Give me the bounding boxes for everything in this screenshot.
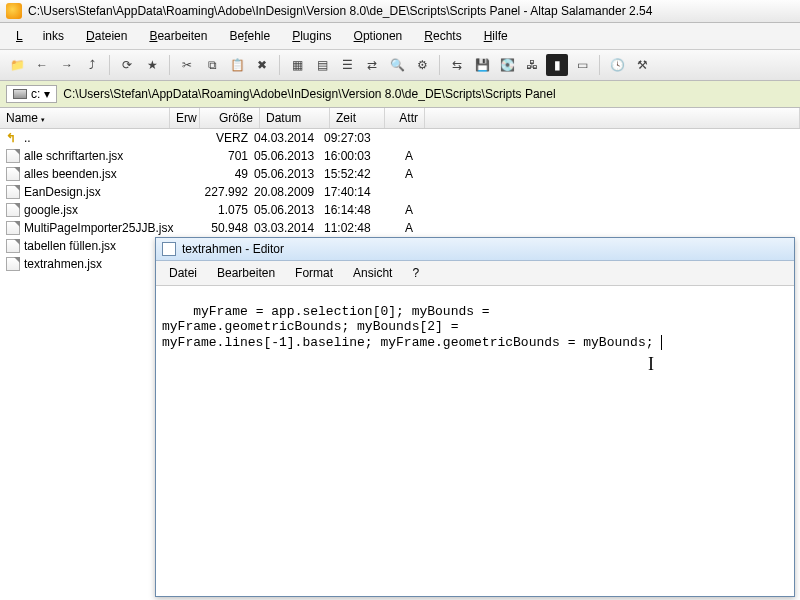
- tool-sync-icon[interactable]: ⇆: [446, 54, 468, 76]
- tool-drive-icon[interactable]: 💾: [471, 54, 493, 76]
- file-time: 16:00:03: [318, 149, 373, 163]
- editor-content: myFrame = app.selection[0]; myBounds = m…: [162, 304, 661, 350]
- file-icon: [6, 239, 20, 253]
- file-name: EanDesign.jsx: [24, 185, 188, 199]
- tool-cfg-icon[interactable]: ⚒: [631, 54, 653, 76]
- file-name: google.jsx: [24, 203, 188, 217]
- file-icon: [6, 167, 20, 181]
- drive-letter: c:: [31, 87, 40, 101]
- sortdir-icon: ▾: [41, 116, 45, 123]
- menu-rechts[interactable]: Rechts: [414, 25, 471, 47]
- tool-unpack-icon[interactable]: ▤: [311, 54, 333, 76]
- updir-icon: ↰: [6, 131, 20, 145]
- editor-title-text: textrahmen - Editor: [182, 242, 284, 256]
- tool-refresh-icon[interactable]: ⟳: [116, 54, 138, 76]
- menu-optionen[interactable]: Optionen: [344, 25, 413, 47]
- file-row[interactable]: alle schriftarten.jsx70105.06.201316:00:…: [0, 147, 800, 165]
- tool-favorites-icon[interactable]: ★: [141, 54, 163, 76]
- editor-menu-ansicht[interactable]: Ansicht: [344, 263, 401, 283]
- toolbar-sep: [169, 55, 170, 75]
- menu-plugins[interactable]: Plugins: [282, 25, 341, 47]
- tool-newfolder-icon[interactable]: 📁: [6, 54, 28, 76]
- col-attr[interactable]: Attr: [385, 108, 425, 128]
- file-size: VERZ: [188, 131, 248, 145]
- file-name: MultiPageImporter25JJB.jsx: [24, 221, 188, 235]
- editor-menu-format[interactable]: Format: [286, 263, 342, 283]
- col-datum[interactable]: Datum: [260, 108, 330, 128]
- file-date: 04.03.2014: [248, 131, 318, 145]
- toolbar-sep: [279, 55, 280, 75]
- tool-find-icon[interactable]: 🔍: [386, 54, 408, 76]
- ibeam-cursor-icon: I: [648, 354, 654, 375]
- file-icon: [6, 257, 20, 271]
- tool-compare-icon[interactable]: ⇄: [361, 54, 383, 76]
- file-date: 20.08.2009: [248, 185, 318, 199]
- file-time: 09:27:03: [318, 131, 373, 145]
- drive-selector[interactable]: c: ▾: [6, 85, 57, 103]
- toolbar-sep: [439, 55, 440, 75]
- file-time: 16:14:48: [318, 203, 373, 217]
- menu-dateien[interactable]: Dateien: [76, 25, 137, 47]
- file-attr: A: [373, 167, 413, 181]
- file-name: ..: [24, 131, 188, 145]
- tool-copy-icon[interactable]: ⧉: [201, 54, 223, 76]
- file-time: 15:52:42: [318, 167, 373, 181]
- main-toolbar: 📁 ← → ⤴ ⟳ ★ ✂ ⧉ 📋 ✖ ▦ ▤ ☰ ⇄ 🔍 ⚙ ⇆ 💾 💽 🖧 …: [0, 50, 800, 81]
- tool-up-icon[interactable]: ⤴: [81, 54, 103, 76]
- notepad-icon: [162, 242, 176, 256]
- col-erw[interactable]: Erw: [170, 108, 200, 128]
- file-date: 05.06.2013: [248, 203, 318, 217]
- editor-menu-help[interactable]: ?: [403, 263, 428, 283]
- file-row[interactable]: EanDesign.jsx227.99220.08.200917:40:14: [0, 183, 800, 201]
- file-name: alle schriftarten.jsx: [24, 149, 188, 163]
- menu-links[interactable]: Links: [6, 25, 74, 47]
- toolbar-sep: [109, 55, 110, 75]
- file-attr: A: [373, 149, 413, 163]
- tool-attr-icon[interactable]: ☰: [336, 54, 358, 76]
- editor-menubar: Datei Bearbeiten Format Ansicht ?: [156, 261, 794, 286]
- title-text: C:\Users\Stefan\AppData\Roaming\Adobe\In…: [28, 4, 652, 18]
- file-date: 03.03.2014: [248, 221, 318, 235]
- tool-forward-icon[interactable]: →: [56, 54, 78, 76]
- file-attr: A: [373, 221, 413, 235]
- tool-paste-icon[interactable]: 📋: [226, 54, 248, 76]
- tool-view-icon[interactable]: ▭: [571, 54, 593, 76]
- toolbar-sep: [599, 55, 600, 75]
- tool-delete-icon[interactable]: ✖: [251, 54, 273, 76]
- file-date: 05.06.2013: [248, 149, 318, 163]
- column-headers: Name ▾ Erw Größe Datum Zeit Attr: [0, 108, 800, 129]
- tool-cut-icon[interactable]: ✂: [176, 54, 198, 76]
- file-icon: [6, 149, 20, 163]
- tool-net-icon[interactable]: ⚙: [411, 54, 433, 76]
- file-row[interactable]: ↰..VERZ04.03.201409:27:03: [0, 129, 800, 147]
- text-caret: [661, 335, 662, 350]
- file-row[interactable]: MultiPageImporter25JJB.jsx50.94803.03.20…: [0, 219, 800, 237]
- file-row[interactable]: google.jsx1.07505.06.201316:14:48A: [0, 201, 800, 219]
- menu-bearbeiten[interactable]: Bearbeiten: [139, 25, 217, 47]
- file-attr: A: [373, 203, 413, 217]
- pathbar: c: ▾ C:\Users\Stefan\AppData\Roaming\Ado…: [0, 81, 800, 108]
- file-row[interactable]: alles beenden.jsx4905.06.201315:52:42A: [0, 165, 800, 183]
- tool-network-icon[interactable]: 🖧: [521, 54, 543, 76]
- file-size: 701: [188, 149, 248, 163]
- file-size: 227.992: [188, 185, 248, 199]
- path-text[interactable]: C:\Users\Stefan\AppData\Roaming\Adobe\In…: [63, 87, 555, 101]
- tool-pack-icon[interactable]: ▦: [286, 54, 308, 76]
- col-name[interactable]: Name ▾: [0, 108, 170, 128]
- tool-cmd-icon[interactable]: ▮: [546, 54, 568, 76]
- hdd-icon: [13, 89, 27, 99]
- main-menubar: Links Dateien Bearbeiten Befehle Plugins…: [0, 23, 800, 50]
- col-zeit[interactable]: Zeit: [330, 108, 385, 128]
- editor-menu-bearbeiten[interactable]: Bearbeiten: [208, 263, 284, 283]
- col-groesse[interactable]: Größe: [200, 108, 260, 128]
- editor-textarea[interactable]: myFrame = app.selection[0]; myBounds = m…: [156, 286, 794, 596]
- file-size: 1.075: [188, 203, 248, 217]
- editor-menu-datei[interactable]: Datei: [160, 263, 206, 283]
- menu-befehle[interactable]: Befehle: [219, 25, 280, 47]
- editor-titlebar[interactable]: textrahmen - Editor: [156, 238, 794, 261]
- tool-hist-icon[interactable]: 🕓: [606, 54, 628, 76]
- tool-drive2-icon[interactable]: 💽: [496, 54, 518, 76]
- menu-hilfe[interactable]: Hilfe: [474, 25, 518, 47]
- tool-back-icon[interactable]: ←: [31, 54, 53, 76]
- editor-window: textrahmen - Editor Datei Bearbeiten For…: [155, 237, 795, 597]
